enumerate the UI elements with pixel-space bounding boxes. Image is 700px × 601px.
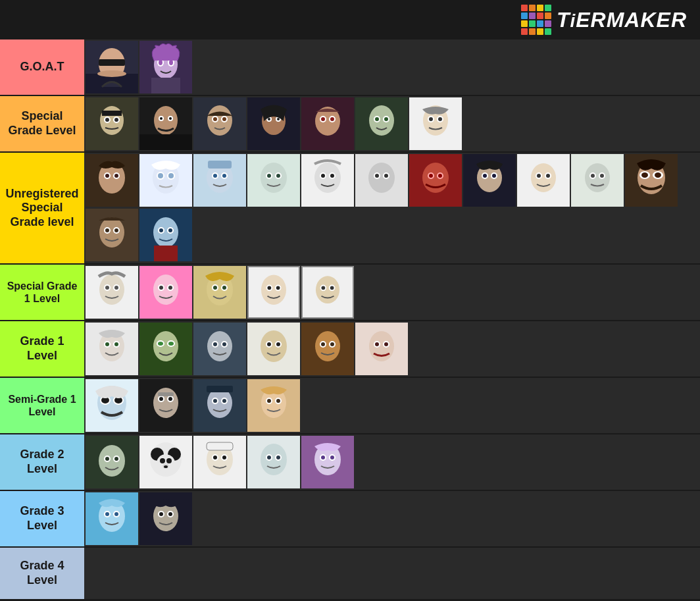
list-item[interactable] bbox=[86, 41, 138, 93]
list-item[interactable] bbox=[571, 154, 624, 207]
tier-items-special-grade bbox=[84, 96, 700, 151]
svg-point-141 bbox=[114, 286, 118, 290]
character-image bbox=[301, 323, 354, 375]
svg-rect-221 bbox=[207, 386, 233, 392]
list-item[interactable] bbox=[355, 154, 408, 207]
svg-point-200 bbox=[375, 342, 379, 346]
list-item[interactable] bbox=[86, 436, 138, 488]
character-image bbox=[139, 266, 192, 319]
character-image bbox=[139, 379, 192, 432]
svg-point-164 bbox=[322, 286, 326, 290]
svg-point-43 bbox=[330, 117, 334, 121]
svg-point-146 bbox=[159, 286, 163, 290]
svg-point-76 bbox=[261, 163, 287, 193]
logo-cell bbox=[537, 28, 543, 35]
svg-rect-2 bbox=[99, 59, 125, 66]
list-item[interactable] bbox=[193, 266, 246, 319]
character-image bbox=[139, 436, 192, 488]
header: TiERMAKER bbox=[0, 0, 700, 39]
list-item[interactable] bbox=[139, 266, 192, 319]
logo-cell bbox=[537, 5, 543, 11]
list-item[interactable] bbox=[247, 97, 300, 150]
tier-row-unregistered: Unregistered Special Grade level bbox=[0, 153, 700, 265]
list-item[interactable] bbox=[139, 379, 192, 432]
list-item[interactable] bbox=[247, 154, 300, 207]
svg-point-229 bbox=[99, 445, 125, 477]
svg-point-266 bbox=[105, 512, 109, 516]
list-item[interactable] bbox=[86, 97, 138, 150]
list-item[interactable] bbox=[301, 97, 354, 150]
list-item[interactable] bbox=[193, 323, 246, 375]
list-item[interactable] bbox=[193, 154, 246, 207]
svg-point-219 bbox=[213, 399, 217, 403]
list-item[interactable] bbox=[86, 266, 138, 319]
list-item[interactable] bbox=[86, 154, 138, 207]
list-item[interactable] bbox=[86, 323, 138, 375]
svg-point-82 bbox=[314, 163, 341, 193]
list-item[interactable] bbox=[301, 436, 354, 488]
tier-row-grade-4: Grade 4 Level bbox=[0, 548, 700, 600]
list-item[interactable] bbox=[193, 379, 246, 432]
list-item[interactable] bbox=[139, 97, 192, 150]
list-item[interactable] bbox=[86, 209, 138, 261]
list-item[interactable] bbox=[301, 266, 354, 319]
svg-point-127 bbox=[105, 228, 109, 232]
list-item[interactable] bbox=[409, 154, 462, 207]
logo-cell bbox=[529, 20, 536, 27]
svg-point-27 bbox=[207, 105, 232, 136]
svg-point-272 bbox=[159, 512, 163, 516]
list-item[interactable] bbox=[409, 97, 462, 150]
list-item[interactable] bbox=[193, 436, 246, 488]
svg-point-110 bbox=[546, 174, 550, 178]
logo-cell bbox=[521, 5, 528, 11]
list-item[interactable] bbox=[139, 492, 192, 545]
list-item[interactable] bbox=[247, 436, 300, 488]
svg-point-267 bbox=[114, 512, 118, 516]
list-item[interactable] bbox=[301, 154, 354, 207]
list-item[interactable] bbox=[517, 154, 570, 207]
list-item[interactable] bbox=[355, 323, 408, 375]
tier-items-grade-2 bbox=[84, 434, 700, 490]
svg-point-143 bbox=[153, 274, 178, 305]
character-image bbox=[355, 323, 408, 375]
logo-cell bbox=[545, 20, 551, 27]
list-item[interactable] bbox=[86, 379, 138, 432]
logo-cell bbox=[529, 5, 536, 11]
list-item[interactable] bbox=[625, 154, 678, 207]
list-item[interactable] bbox=[86, 492, 138, 545]
svg-point-147 bbox=[168, 286, 172, 290]
svg-point-177 bbox=[168, 342, 174, 346]
list-item[interactable] bbox=[139, 323, 192, 375]
svg-point-94 bbox=[422, 163, 449, 193]
list-item[interactable] bbox=[139, 436, 192, 488]
svg-point-247 bbox=[213, 456, 217, 459]
list-item[interactable] bbox=[355, 97, 408, 150]
svg-point-17 bbox=[105, 118, 109, 122]
list-item[interactable] bbox=[193, 97, 246, 150]
tier-label-grade-1: Grade 1 Level bbox=[0, 321, 84, 377]
list-item[interactable] bbox=[139, 154, 192, 207]
logo-cell bbox=[521, 20, 528, 27]
list-item[interactable] bbox=[139, 41, 192, 93]
svg-point-37 bbox=[277, 118, 280, 120]
character-image bbox=[303, 267, 353, 317]
character-image bbox=[193, 379, 246, 432]
svg-point-115 bbox=[591, 174, 595, 178]
list-item[interactable] bbox=[301, 323, 354, 375]
list-item[interactable] bbox=[247, 266, 300, 319]
tier-items-goat bbox=[84, 39, 700, 95]
svg-point-254 bbox=[267, 456, 271, 459]
list-item[interactable] bbox=[247, 379, 300, 432]
svg-point-30 bbox=[213, 117, 217, 121]
svg-point-103 bbox=[483, 174, 487, 178]
svg-point-85 bbox=[321, 174, 325, 178]
svg-rect-214 bbox=[158, 392, 174, 396]
svg-point-195 bbox=[330, 342, 334, 346]
character-image bbox=[625, 154, 678, 207]
list-item[interactable] bbox=[139, 209, 192, 261]
list-item[interactable] bbox=[247, 323, 300, 375]
list-item[interactable] bbox=[463, 154, 516, 207]
svg-point-66 bbox=[158, 173, 163, 178]
logo-cell bbox=[529, 13, 536, 19]
svg-point-9 bbox=[159, 60, 162, 65]
